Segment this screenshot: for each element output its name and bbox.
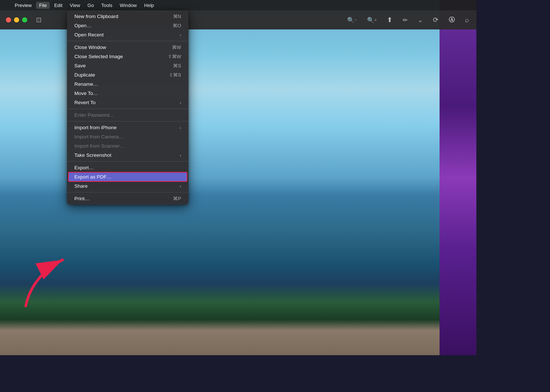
menu-item-revert-to[interactable]: Revert To › <box>68 98 187 107</box>
menu-go[interactable]: Go <box>85 2 97 9</box>
menu-item-open-recent[interactable]: Open Recent › <box>68 30 187 39</box>
menu-bar: Preview File Edit View Go Tools Window H… <box>0 0 476 10</box>
zoom-in-icon[interactable]: 🔍+ <box>366 15 378 25</box>
menu-item-export-pdf[interactable]: Export as PDF… <box>68 172 187 181</box>
markup-icon[interactable]: ✏ <box>401 15 409 25</box>
menu-item-share[interactable]: Share › <box>68 181 187 191</box>
traffic-lights <box>6 17 27 22</box>
menu-item-import-iphone[interactable]: Import from iPhone › <box>68 123 187 132</box>
search-icon[interactable]: ⌕ <box>463 15 470 25</box>
apple-menu[interactable] <box>4 4 10 6</box>
zoom-out-icon[interactable]: 🔍− <box>346 15 358 25</box>
submenu-arrow-share: › <box>180 184 181 188</box>
submenu-arrow-screenshot: › <box>180 153 181 158</box>
menu-item-print[interactable]: Print… ⌘P <box>68 194 187 203</box>
menu-item-import-scanner: Import from Scanner… <box>68 141 187 151</box>
separator-2 <box>67 109 188 109</box>
share-icon[interactable]: ⬆ <box>385 14 394 25</box>
menu-view[interactable]: View <box>67 2 83 9</box>
rotate-icon[interactable]: ⟳ <box>431 14 440 25</box>
separator-3 <box>67 121 188 121</box>
minimize-button[interactable] <box>14 17 19 22</box>
file-dropdown-menu: New from Clipboard ⌘N Open… ⌘O Open Rece… <box>67 10 188 205</box>
separator-4 <box>67 161 188 162</box>
annotate-icon[interactable]: Ⓐ <box>447 15 456 25</box>
menu-item-move-to[interactable]: Move To… <box>68 89 187 98</box>
menu-item-rename[interactable]: Rename… <box>68 80 187 89</box>
menu-item-open[interactable]: Open… ⌘O <box>68 21 187 30</box>
submenu-arrow-open-recent: › <box>180 33 181 37</box>
menu-item-take-screenshot[interactable]: Take Screenshot › <box>68 151 187 160</box>
more-icon[interactable]: ⌄ <box>416 15 424 25</box>
toolbar-icons: 🔍− 🔍+ ⬆ ✏ ⌄ ⟳ Ⓐ ⌕ <box>346 14 470 25</box>
menu-item-enter-password: Enter Password… <box>68 110 187 120</box>
menu-file[interactable]: File <box>36 2 50 9</box>
right-decorative-bg <box>440 0 476 355</box>
menu-item-close-selected[interactable]: Close Selected Image ⇧⌘W <box>68 52 187 61</box>
separator-1 <box>67 41 188 41</box>
sidebar-toggle-icon[interactable]: ⊡ <box>36 16 42 24</box>
menu-item-close-window[interactable]: Close Window ⌘W <box>68 43 187 52</box>
close-button[interactable] <box>6 17 11 22</box>
menu-item-new-clipboard[interactable]: New from Clipboard ⌘N <box>68 12 187 21</box>
menu-help[interactable]: Help <box>141 2 157 9</box>
menu-preview[interactable]: Preview <box>12 2 35 9</box>
submenu-arrow-revert: › <box>180 100 181 105</box>
menu-item-save[interactable]: Save ⌘S <box>68 61 187 70</box>
menu-window[interactable]: Window <box>117 2 140 9</box>
menu-item-import-camera: Import from Camera… <box>68 132 187 141</box>
separator-5 <box>67 192 188 193</box>
submenu-arrow-import-iphone: › <box>180 126 181 130</box>
menu-item-export[interactable]: Export… <box>68 163 187 172</box>
menu-tools[interactable]: Tools <box>98 2 115 9</box>
maximize-button[interactable] <box>22 17 27 22</box>
menu-item-duplicate[interactable]: Duplicate ⇧⌘S <box>68 70 187 80</box>
menu-edit[interactable]: Edit <box>51 2 65 9</box>
